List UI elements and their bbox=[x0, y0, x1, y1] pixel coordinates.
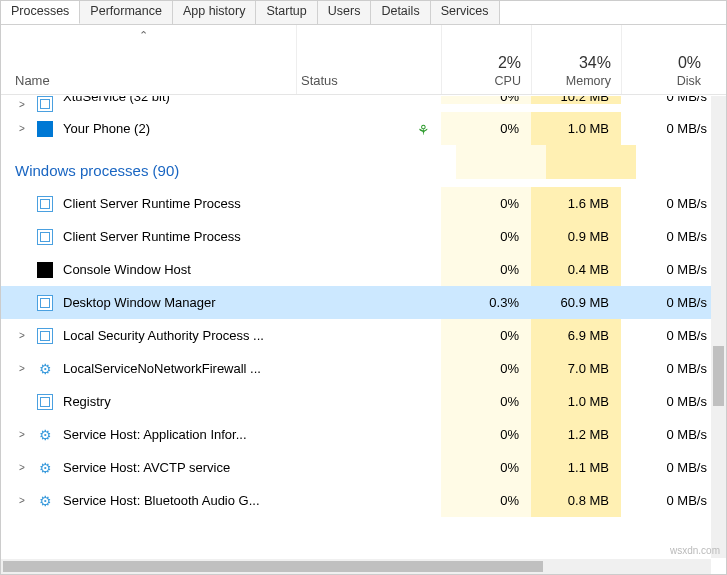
process-name: LocalServiceNoNetworkFirewall ... bbox=[63, 361, 261, 376]
cell-mem: 7.0 MB bbox=[531, 352, 621, 385]
cell-cpu: 0% bbox=[441, 96, 531, 104]
header-disk[interactable]: 0% Disk bbox=[621, 25, 711, 94]
expand-toggle-icon[interactable]: > bbox=[15, 330, 29, 341]
cell-cpu: 0% bbox=[441, 352, 531, 385]
cell-cpu: 0% bbox=[441, 451, 531, 484]
cell-cpu: 0% bbox=[441, 112, 531, 145]
app-window-icon bbox=[37, 394, 53, 410]
cpu-percent: 2% bbox=[442, 54, 521, 72]
column-headers: ⌃ Name Status 2% CPU 34% Memory 0% Disk bbox=[1, 25, 726, 95]
expand-toggle-icon[interactable]: > bbox=[15, 462, 29, 473]
process-name: Your Phone (2) bbox=[63, 121, 150, 136]
tab-bar: ProcessesPerformanceApp historyStartupUs… bbox=[1, 1, 726, 25]
process-name: Client Server Runtime Process bbox=[63, 196, 241, 211]
cell-mem: 1.0 MB bbox=[531, 112, 621, 145]
cell-disk: 0 MB/s bbox=[621, 220, 711, 253]
cell-cpu: 0.3% bbox=[441, 286, 531, 319]
your-phone-icon bbox=[37, 121, 53, 137]
cell-mem: 0.8 MB bbox=[531, 484, 621, 517]
header-cpu[interactable]: 2% CPU bbox=[441, 25, 531, 94]
cell-mem: 0.9 MB bbox=[531, 220, 621, 253]
cell-mem: 0.4 MB bbox=[531, 253, 621, 286]
expand-toggle-icon[interactable]: > bbox=[15, 123, 29, 134]
scrollbar-thumb[interactable] bbox=[713, 346, 724, 406]
leaf-icon: ⚘ bbox=[417, 122, 429, 136]
process-row[interactable]: >⚙Service Host: AVCTP service0%1.1 MB0 M… bbox=[1, 451, 726, 484]
app-window-icon bbox=[37, 96, 53, 112]
process-name: Service Host: AVCTP service bbox=[63, 460, 230, 475]
scrollbar-thumb[interactable] bbox=[3, 561, 543, 572]
console-icon bbox=[37, 262, 53, 278]
cell-disk: 0 MB/s bbox=[621, 286, 711, 319]
tab-performance[interactable]: Performance bbox=[80, 1, 173, 24]
cell-disk: 0 MB/s bbox=[621, 96, 711, 104]
cell-cpu: 0% bbox=[441, 187, 531, 220]
tab-users[interactable]: Users bbox=[318, 1, 372, 24]
process-row[interactable]: >⚙LocalServiceNoNetworkFirewall ...0%7.0… bbox=[1, 352, 726, 385]
process-name: Service Host: Bluetooth Audio G... bbox=[63, 493, 260, 508]
process-name: Service Host: Application Infor... bbox=[63, 427, 247, 442]
process-name: Client Server Runtime Process bbox=[63, 229, 241, 244]
cell-disk: 0 MB/s bbox=[621, 484, 711, 517]
horizontal-scrollbar[interactable] bbox=[1, 559, 711, 574]
cell-cpu: 0% bbox=[441, 253, 531, 286]
cell-cpu: 0% bbox=[441, 484, 531, 517]
process-row[interactable]: >⚙Service Host: Application Infor...0%1.… bbox=[1, 418, 726, 451]
process-row[interactable]: Console Window Host0%0.4 MB0 MB/s bbox=[1, 253, 726, 286]
tab-startup[interactable]: Startup bbox=[256, 1, 317, 24]
app-window-icon bbox=[37, 295, 53, 311]
disk-label: Disk bbox=[622, 74, 701, 88]
gear-icon: ⚙ bbox=[37, 427, 53, 443]
process-row[interactable]: Registry0%1.0 MB0 MB/s bbox=[1, 385, 726, 418]
cell-disk: 0 MB/s bbox=[621, 319, 711, 352]
cell-disk: 0 MB/s bbox=[621, 112, 711, 145]
app-window-icon bbox=[37, 328, 53, 344]
process-row[interactable]: >Local Security Authority Process ...0%6… bbox=[1, 319, 726, 352]
process-row[interactable]: Desktop Window Manager0.3%60.9 MB0 MB/s bbox=[1, 286, 726, 319]
process-row[interactable]: >XtuService (32 bit)0%10.2 MB0 MB/s bbox=[1, 96, 726, 112]
tab-app-history[interactable]: App history bbox=[173, 1, 257, 24]
header-memory[interactable]: 34% Memory bbox=[531, 25, 621, 94]
header-status[interactable]: Status bbox=[296, 25, 441, 94]
gear-icon: ⚙ bbox=[37, 460, 53, 476]
tab-services[interactable]: Services bbox=[431, 1, 500, 24]
cell-disk: 0 MB/s bbox=[621, 418, 711, 451]
process-name: Desktop Window Manager bbox=[63, 295, 215, 310]
process-row[interactable]: >⚙Service Host: Bluetooth Audio G...0%0.… bbox=[1, 484, 726, 517]
expand-toggle-icon[interactable]: > bbox=[15, 99, 29, 110]
cell-cpu: 0% bbox=[441, 385, 531, 418]
disk-percent: 0% bbox=[622, 54, 701, 72]
process-row[interactable]: Client Server Runtime Process0%1.6 MB0 M… bbox=[1, 187, 726, 220]
tab-details[interactable]: Details bbox=[371, 1, 430, 24]
vertical-scrollbar[interactable] bbox=[711, 96, 726, 558]
cell-disk: 0 MB/s bbox=[621, 451, 711, 484]
cell-cpu: 0% bbox=[441, 220, 531, 253]
cell-mem: 1.1 MB bbox=[531, 451, 621, 484]
group-label: Windows processes (90) bbox=[15, 162, 179, 179]
sort-indicator-icon: ⌃ bbox=[139, 29, 148, 42]
expand-toggle-icon[interactable]: > bbox=[15, 429, 29, 440]
cell-mem: 10.2 MB bbox=[531, 96, 621, 104]
process-row[interactable]: >Your Phone (2)⚘0%1.0 MB0 MB/s bbox=[1, 112, 726, 145]
process-row[interactable]: Client Server Runtime Process0%0.9 MB0 M… bbox=[1, 220, 726, 253]
memory-label: Memory bbox=[532, 74, 611, 88]
cell-mem: 60.9 MB bbox=[531, 286, 621, 319]
expand-toggle-icon[interactable]: > bbox=[15, 363, 29, 374]
cell-mem: 1.0 MB bbox=[531, 385, 621, 418]
header-name[interactable]: Name bbox=[1, 73, 296, 94]
expand-toggle-icon[interactable]: > bbox=[15, 495, 29, 506]
app-window-icon bbox=[37, 229, 53, 245]
cell-disk: 0 MB/s bbox=[621, 187, 711, 220]
cell-disk: 0 MB/s bbox=[621, 385, 711, 418]
tab-processes[interactable]: Processes bbox=[1, 1, 80, 24]
task-manager-window: ProcessesPerformanceApp historyStartupUs… bbox=[0, 0, 727, 575]
cell-mem: 6.9 MB bbox=[531, 319, 621, 352]
process-list[interactable]: >XtuService (32 bit)0%10.2 MB0 MB/s>Your… bbox=[1, 96, 726, 558]
process-name: XtuService (32 bit) bbox=[63, 96, 170, 104]
process-name: Console Window Host bbox=[63, 262, 191, 277]
watermark: wsxdn.com bbox=[670, 545, 720, 556]
group-header-windows-processes[interactable]: Windows processes (90) bbox=[1, 145, 726, 187]
gear-icon: ⚙ bbox=[37, 493, 53, 509]
cell-cpu: 0% bbox=[441, 418, 531, 451]
gear-icon: ⚙ bbox=[37, 361, 53, 377]
